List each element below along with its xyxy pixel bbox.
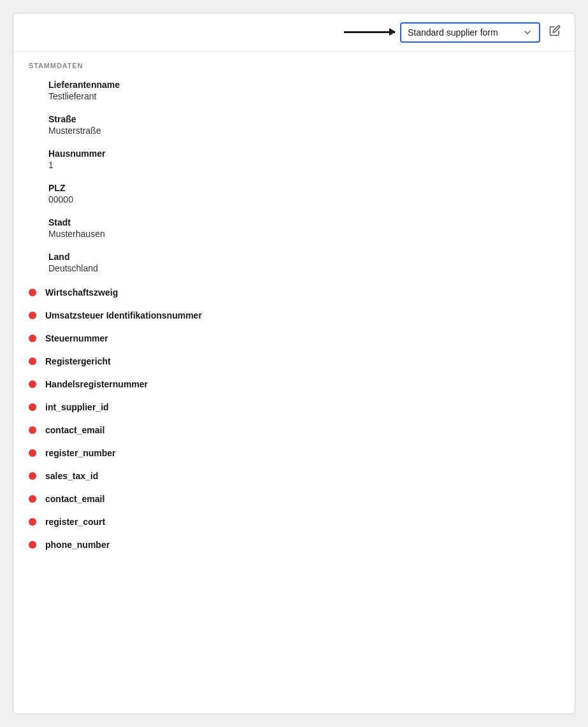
- required-dot-icon: [29, 495, 36, 503]
- required-dot-icon: [29, 518, 36, 526]
- required-field-row: register_number: [13, 442, 575, 464]
- required-field-row: Registergericht: [13, 350, 575, 373]
- required-field-label: Handelsregisternummer: [45, 379, 148, 389]
- field-group: LandDeutschland: [13, 247, 575, 281]
- required-field-row: Handelsregisternummer: [13, 373, 575, 396]
- required-field-row: Umsatzsteuer Identifikationsnummer: [13, 304, 575, 327]
- required-dot-icon: [29, 449, 36, 457]
- section-label-stammdaten: STAMMDATEN: [13, 52, 575, 75]
- required-field-label: register_number: [45, 448, 115, 458]
- field-label: Lieferantenname: [48, 80, 559, 90]
- form-selector-label: Standard supplier form: [408, 27, 517, 38]
- required-dot-icon: [29, 541, 36, 549]
- edit-button[interactable]: [545, 21, 564, 43]
- form-selector-dropdown[interactable]: Standard supplier form: [400, 22, 540, 43]
- field-value: Musterhausen: [48, 229, 559, 239]
- required-dot-icon: [29, 380, 36, 388]
- required-dot-icon: [29, 472, 36, 480]
- required-field-row: phone_number: [13, 533, 575, 556]
- required-field-label: contact_email: [45, 425, 104, 435]
- required-field-label: phone_number: [45, 540, 110, 550]
- main-card: Standard supplier form STAMMDATEN Liefer…: [13, 13, 575, 714]
- required-field-row: contact_email: [13, 487, 575, 510]
- field-value: 00000: [48, 194, 559, 205]
- field-value: Testlieferant: [48, 91, 559, 101]
- required-field-row: Steuernummer: [13, 327, 575, 350]
- required-field-label: Registergericht: [45, 356, 111, 366]
- required-field-row: int_supplier_id: [13, 396, 575, 419]
- required-field-label: Wirtschaftszweig: [45, 287, 118, 298]
- field-label: Stadt: [48, 217, 559, 227]
- field-value: 1: [48, 160, 559, 170]
- field-label: Hausnummer: [48, 148, 559, 159]
- required-dot-icon: [29, 426, 36, 434]
- required-field-row: contact_email: [13, 419, 575, 442]
- arrow-annotation: [344, 31, 395, 33]
- field-group: PLZ00000: [13, 178, 575, 212]
- required-field-label: Umsatzsteuer Identifikationsnummer: [45, 310, 202, 320]
- field-group: StadtMusterhausen: [13, 212, 575, 247]
- required-field-label: register_court: [45, 517, 105, 527]
- field-group: StraßeMusterstraße: [13, 109, 575, 143]
- required-dot-icon: [29, 289, 36, 296]
- field-group: LieferantennameTestlieferant: [13, 75, 575, 109]
- required-dot-icon: [29, 403, 36, 411]
- field-label: Straße: [48, 114, 559, 124]
- field-label: Land: [48, 252, 559, 262]
- pencil-icon: [549, 25, 561, 36]
- required-field-label: sales_tax_id: [45, 471, 98, 481]
- fields-container: LieferantennameTestlieferantStraßeMuster…: [13, 75, 575, 281]
- annotation-arrow: [344, 31, 395, 33]
- required-field-label: contact_email: [45, 494, 104, 504]
- required-field-row: sales_tax_id: [13, 464, 575, 487]
- chevron-down-icon: [522, 27, 533, 38]
- header-row: Standard supplier form: [13, 13, 575, 52]
- field-group: Hausnummer1: [13, 143, 575, 178]
- required-fields-container: WirtschaftszweigUmsatzsteuer Identifikat…: [13, 281, 575, 556]
- required-field-label: int_supplier_id: [45, 402, 109, 412]
- required-field-row: Wirtschaftszweig: [13, 281, 575, 304]
- required-dot-icon: [29, 335, 36, 342]
- field-label: PLZ: [48, 183, 559, 193]
- required-field-row: register_court: [13, 510, 575, 533]
- required-dot-icon: [29, 357, 36, 365]
- field-value: Musterstraße: [48, 126, 559, 136]
- required-field-label: Steuernummer: [45, 333, 108, 343]
- field-value: Deutschland: [48, 263, 559, 273]
- required-dot-icon: [29, 312, 36, 319]
